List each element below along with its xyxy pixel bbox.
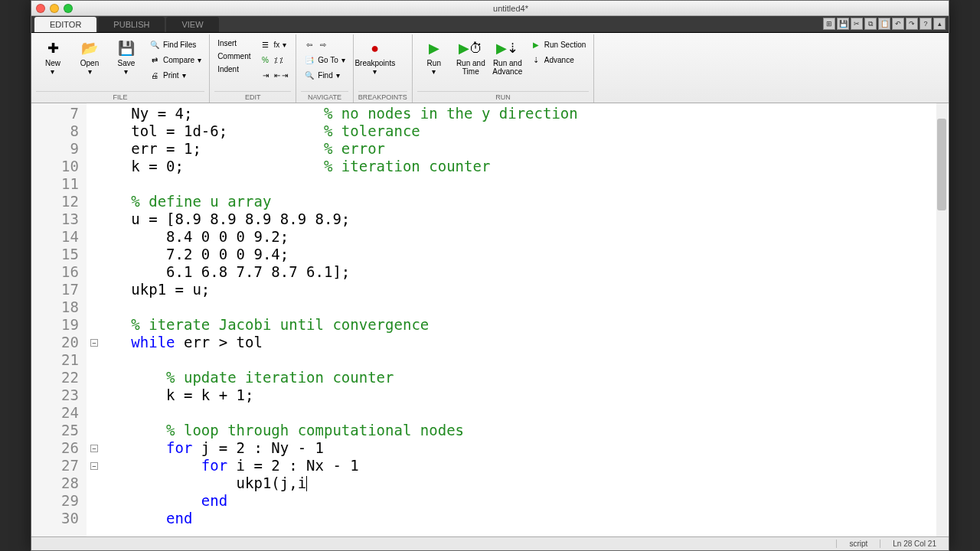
line-number: 15 <box>31 246 87 263</box>
indent-tools[interactable]: ⇥ ⇤ ⇥ <box>257 68 292 82</box>
editor-window: untitled4* EDITOR PUBLISH VIEW ⊞ 💾 ✂ ⧉ 📋… <box>31 0 949 551</box>
code-line[interactable] <box>105 351 949 369</box>
close-icon[interactable] <box>36 4 45 13</box>
find-button[interactable]: 🔍Find ▾ <box>301 68 348 82</box>
tab-bar: EDITOR PUBLISH VIEW ⊞ 💾 ✂ ⧉ 📋 ↶ ↷ ? ▴ <box>31 16 949 33</box>
code-line[interactable]: % iterate Jacobi until convergence <box>105 316 949 334</box>
fold-marker <box>87 510 102 527</box>
advance-button[interactable]: ⇣Advance <box>528 53 589 67</box>
code-area[interactable]: Ny = 4; % no nodes in the y direction to… <box>102 103 949 536</box>
open-button[interactable]: 📂Open▾ <box>73 36 106 79</box>
code-editor[interactable]: 7891011121314151617181920212223242526272… <box>31 103 949 536</box>
insert-section-button[interactable]: ☰ fx ▾ <box>257 37 292 51</box>
back-icon: ⇦ <box>304 39 315 50</box>
code-line[interactable]: 7.2 0 0 0 9.4; <box>105 246 949 263</box>
scroll-thumb[interactable] <box>937 119 946 210</box>
indent-icon: ⇥ <box>260 70 271 80</box>
code-line[interactable]: ukp1 = u; <box>105 281 949 298</box>
fold-marker[interactable]: − <box>87 457 102 474</box>
minimize-icon[interactable] <box>50 4 59 13</box>
copy-icon[interactable]: ⧉ <box>864 18 877 30</box>
code-line[interactable]: u = [8.9 8.9 8.9 8.9 8.9; <box>105 210 949 228</box>
open-icon: 📂 <box>80 39 99 57</box>
comment-button[interactable]: Comment <box>214 51 253 62</box>
line-number: 11 <box>31 175 87 193</box>
line-number: 10 <box>31 158 87 175</box>
maximize-icon[interactable] <box>64 4 73 13</box>
fold-marker <box>87 298 102 316</box>
find-icon: 🔍 <box>304 70 315 80</box>
redo-icon[interactable]: ↷ <box>906 18 918 30</box>
save-icon: 💾 <box>117 39 136 57</box>
fold-marker[interactable]: − <box>87 334 102 351</box>
insert-button[interactable]: Insert <box>214 37 253 49</box>
run-icon: ▶ <box>425 39 443 57</box>
find-files-button[interactable]: 🔍Find Files <box>146 37 204 51</box>
code-line[interactable]: ukp1(j,i <box>105 474 949 492</box>
line-number: 7 <box>31 105 87 122</box>
cut-icon[interactable]: ✂ <box>851 18 863 30</box>
breakpoints-button[interactable]: ●Breakpoints▾ <box>358 36 392 79</box>
percent-icon: % <box>260 54 271 65</box>
code-line[interactable]: 6.1 6.8 7.7 8.7 6.1]; <box>105 263 949 281</box>
tab-editor[interactable]: EDITOR <box>34 17 96 32</box>
save-button[interactable]: 💾Save▾ <box>109 36 143 79</box>
line-number: 27 <box>31 457 87 474</box>
group-label-file: FILE <box>36 91 204 103</box>
section-icon: ☰ <box>260 39 271 50</box>
code-line[interactable]: % define u array <box>105 193 949 210</box>
run-button[interactable]: ▶Run▾ <box>417 36 451 79</box>
code-line[interactable]: 8.4 0 0 0 9.2; <box>105 228 949 246</box>
ribbon-group-edit: Insert Comment Indent ☰ fx ▾ % ⁒ ⁒ ⇥ ⇤ ⇥… <box>210 34 296 103</box>
code-line[interactable]: % update iteration counter <box>105 369 949 386</box>
code-line[interactable]: for j = 2 : Ny - 1 <box>105 439 949 457</box>
code-line[interactable] <box>105 175 949 193</box>
code-line[interactable]: end <box>105 510 949 527</box>
code-line[interactable] <box>105 404 949 422</box>
comment-tools[interactable]: % ⁒ ⁒ <box>257 53 292 67</box>
run-time-button[interactable]: ▶⏱Run and Time <box>454 36 488 79</box>
ribbon-group-run: ▶Run▾ ▶⏱Run and Time ▶⇣Run and Advance ▶… <box>413 34 594 103</box>
code-line[interactable] <box>105 298 949 316</box>
tab-view[interactable]: VIEW <box>166 17 218 32</box>
new-icon: ✚ <box>44 39 62 57</box>
run-advance-button[interactable]: ▶⇣Run and Advance <box>491 36 524 79</box>
run-section-button[interactable]: ▶Run Section <box>528 37 589 51</box>
code-line[interactable]: while err > tol <box>105 334 949 351</box>
run-advance-icon: ▶⇣ <box>498 39 517 57</box>
code-line[interactable]: k = k + 1; <box>105 386 949 404</box>
save-icon[interactable]: 💾 <box>837 18 849 30</box>
new-button[interactable]: ✚New▾ <box>36 36 70 79</box>
fold-marker <box>87 175 102 193</box>
code-line[interactable]: k = 0; % iteration counter <box>105 158 949 175</box>
line-number: 22 <box>31 369 87 386</box>
tab-publish[interactable]: PUBLISH <box>98 17 165 32</box>
line-number: 26 <box>31 439 87 457</box>
line-number: 8 <box>31 122 87 140</box>
scrollbar[interactable] <box>936 103 947 536</box>
fold-marker <box>87 140 102 158</box>
fold-marker <box>87 228 102 246</box>
print-button[interactable]: 🖨Print ▾ <box>146 68 204 82</box>
code-line[interactable]: end <box>105 492 949 510</box>
fold-marker[interactable]: − <box>87 439 102 457</box>
advance-icon: ⇣ <box>531 54 541 65</box>
collapse-icon[interactable]: ▴ <box>933 18 946 30</box>
code-line[interactable]: % loop through computational nodes <box>105 422 949 439</box>
goto-button[interactable]: 📑Go To ▾ <box>301 53 348 67</box>
undo-icon[interactable]: ↶ <box>892 18 904 30</box>
toolstrip-icon[interactable]: ⊞ <box>823 18 835 30</box>
fold-marker <box>87 122 102 140</box>
compare-button[interactable]: ⇄Compare ▾ <box>146 53 204 67</box>
code-line[interactable]: err = 1; % error <box>105 140 949 158</box>
code-line[interactable]: tol = 1d-6; % tolerance <box>105 122 949 140</box>
goto-icon: 📑 <box>304 54 315 65</box>
help-icon[interactable]: ? <box>920 18 932 30</box>
nav-arrows[interactable]: ⇦ ⇨ <box>301 37 348 51</box>
code-line[interactable]: for i = 2 : Nx - 1 <box>105 457 949 474</box>
paste-icon[interactable]: 📋 <box>878 18 890 30</box>
fold-marker <box>87 404 102 422</box>
indent-button[interactable]: Indent <box>214 64 253 75</box>
code-line[interactable]: Ny = 4; % no nodes in the y direction <box>105 105 949 122</box>
line-number: 12 <box>31 193 87 210</box>
